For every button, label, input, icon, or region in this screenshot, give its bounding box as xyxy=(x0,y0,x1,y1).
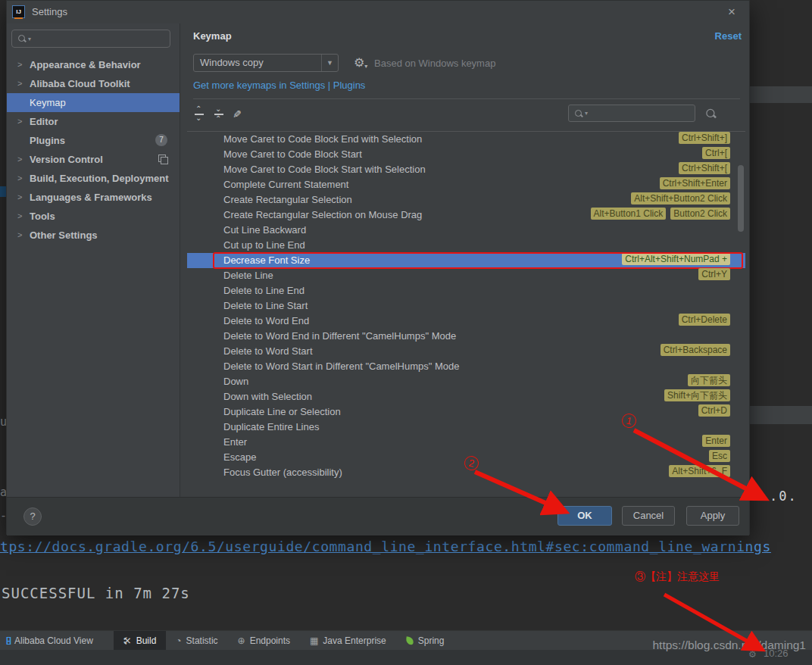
get-more-keymaps-link[interactable]: Get more keymaps in Settings | Plugins xyxy=(193,80,365,91)
ok-button[interactable]: OK xyxy=(557,506,612,526)
background-console-fragment: .0. xyxy=(770,489,798,504)
alibaba-cloud-icon: [-] xyxy=(6,636,10,645)
chevron-right-icon[interactable]: > xyxy=(17,150,27,169)
sidebar-item-build-execution-deployment[interactable]: >Build, Execution, Deployment xyxy=(7,169,180,188)
keymap-row-duplicate-entire-lines[interactable]: Duplicate Entire Lines xyxy=(187,420,745,435)
toolwindow-tab-build[interactable]: ⚒Build xyxy=(114,631,166,650)
sidebar-item-tools[interactable]: >Tools xyxy=(7,207,180,226)
sidebar-item-other-settings[interactable]: >Other Settings xyxy=(7,226,180,245)
toolwindow-tab-spring[interactable]: Spring xyxy=(396,631,454,650)
action-label: Focus Gutter (accessibility) xyxy=(223,465,342,479)
keymap-row-cut-line-backward[interactable]: Cut Line Backward xyxy=(187,223,745,238)
keymap-row-complete-current-statement[interactable]: Complete Current StatementCtrl+Shift+Ent… xyxy=(187,177,745,192)
shortcut-badges: Alt+Shift+6, F xyxy=(664,465,730,479)
shortcut-badge: Esc xyxy=(709,450,730,462)
toolwindow-tab-label: Statistic xyxy=(186,635,218,646)
sidebar-item-appearance-behavior[interactable]: >Appearance & Behavior xyxy=(7,55,180,74)
keymap-row-move-caret-to-code-block-end-with-selection[interactable]: Move Caret to Code Block End with Select… xyxy=(187,132,745,147)
keymap-row-decrease-font-size[interactable]: Decrease Font SizeCtrl+Alt+Shift+NumPad … xyxy=(187,253,745,268)
keymap-action-list[interactable]: Move Caret to Code Block End with Select… xyxy=(187,131,745,479)
sidebar-item-keymap[interactable]: Keymap xyxy=(7,93,180,112)
shortcut-badge: Shift+向下箭头 xyxy=(664,389,730,401)
sidebar-item-version-control[interactable]: >Version Control xyxy=(7,150,180,169)
sidebar-tree: >Appearance & Behavior>Alibaba Cloud Too… xyxy=(7,55,180,245)
keymap-row-delete-to-line-start[interactable]: Delete to Line Start xyxy=(187,298,745,314)
action-label: Cut Line Backward xyxy=(223,223,306,238)
dialog-title: Settings xyxy=(32,6,67,17)
chevron-right-icon[interactable]: > xyxy=(17,188,27,207)
chevron-right-icon[interactable]: > xyxy=(17,55,27,74)
action-label: Duplicate Line or Selection xyxy=(223,404,341,420)
chevron-right-icon[interactable]: > xyxy=(17,226,27,245)
cancel-button[interactable]: Cancel xyxy=(622,506,675,526)
edit-pencil-icon[interactable]: ✎ xyxy=(233,108,242,120)
keymap-row-create-rectangular-selection-on-mouse-drag[interactable]: Create Rectangular Selection on Mouse Dr… xyxy=(187,208,745,223)
sidebar-item-plugins[interactable]: Plugins7 xyxy=(7,131,180,150)
sidebar-item-alibaba-cloud-toolkit[interactable]: >Alibaba Cloud Toolkit xyxy=(7,74,180,93)
keymap-filter-input[interactable]: ▾ xyxy=(568,105,695,122)
chevron-right-icon[interactable]: > xyxy=(17,74,27,93)
keymap-row-delete-to-line-end[interactable]: Delete to Line End xyxy=(187,283,745,298)
keymap-row-move-caret-to-code-block-start[interactable]: Move Caret to Code Block StartCtrl+[ xyxy=(187,147,745,162)
shortcut-badges: Enter xyxy=(698,435,730,450)
keymap-row-delete-to-word-end[interactable]: Delete to Word EndCtrl+Delete xyxy=(187,314,745,329)
shortcut-badge: Ctrl+Backspace xyxy=(661,344,730,356)
keymap-row-cut-up-to-line-end[interactable]: Cut up to Line End xyxy=(187,238,745,253)
action-label: Decrease Font Size xyxy=(223,253,310,268)
toolwindow-tab-endpoints[interactable]: ⊕Endpoints xyxy=(228,631,300,650)
keymap-row-duplicate-line-or-selection[interactable]: Duplicate Line or SelectionCtrl+D xyxy=(187,404,745,420)
keymap-row-create-rectangular-selection[interactable]: Create Rectangular SelectionAlt+Shift+Bu… xyxy=(187,192,745,208)
close-icon[interactable]: × xyxy=(728,5,735,20)
help-button[interactable]: ? xyxy=(23,507,42,526)
action-label: Delete Line xyxy=(223,268,273,283)
toolwindow-tab-statistic[interactable]: ◔Statistic xyxy=(166,631,227,650)
toolwindow-tab-label: Build xyxy=(136,635,157,646)
keymap-row-down-with-selection[interactable]: Down with SelectionShift+向下箭头 xyxy=(187,389,745,404)
search-icon xyxy=(17,34,27,43)
keymap-row-escape[interactable]: EscapeEsc xyxy=(187,450,745,465)
sidebar-item-label: Appearance & Behavior xyxy=(30,55,141,74)
shortcut-badges: Alt+Button1 ClickButton2 Click xyxy=(586,208,730,223)
based-on-label: Based on Windows keymap xyxy=(374,58,495,69)
keymap-row-delete-to-word-start-in-different-camelhumps-mode[interactable]: Delete to Word Start in Different "Camel… xyxy=(187,359,745,374)
chevron-right-icon[interactable]: > xyxy=(17,169,27,188)
hammer-icon: ⚒ xyxy=(123,636,132,645)
gradle-doc-url[interactable]: tps://docs.gradle.org/6.5/userguide/comm… xyxy=(0,535,812,558)
collapse-all-icon[interactable] xyxy=(213,108,225,120)
keymap-row-enter[interactable]: EnterEnter xyxy=(187,435,745,450)
shortcut-badge: Ctrl+Delete xyxy=(679,314,730,326)
sidebar-item-editor[interactable]: >Editor xyxy=(7,112,180,131)
keymap-scheme-select[interactable]: Windows copy ▼ xyxy=(193,54,339,72)
find-by-shortcut-icon[interactable] xyxy=(705,108,717,120)
apply-button[interactable]: Apply xyxy=(686,506,739,526)
sidebar-item-label: Build, Execution, Deployment xyxy=(30,169,168,188)
chevron-right-icon[interactable]: > xyxy=(17,112,27,131)
keymap-row-focus-gutter-accessibility[interactable]: Focus Gutter (accessibility)Alt+Shift+6,… xyxy=(187,465,745,479)
java-ee-icon: ▦ xyxy=(310,636,318,645)
keymap-row-down[interactable]: Down向下箭头 xyxy=(187,374,745,389)
action-label: Enter xyxy=(223,435,247,450)
action-label: Delete to Word End in Different "CamelHu… xyxy=(223,329,456,344)
dialog-titlebar[interactable]: IJ Settings × xyxy=(7,1,749,23)
gear-icon[interactable]: ⚙▾ xyxy=(354,55,367,70)
action-label: Duplicate Entire Lines xyxy=(223,420,319,435)
shortcut-badges: Ctrl+Shift+] xyxy=(674,132,730,147)
keymap-row-move-caret-to-code-block-start-with-selection[interactable]: Move Caret to Code Block Start with Sele… xyxy=(187,162,745,177)
sidebar-item-languages-frameworks[interactable]: >Languages & Frameworks xyxy=(7,188,180,207)
expand-all-icon[interactable] xyxy=(193,108,205,120)
shortcut-badges: Ctrl+Alt+Shift+NumPad + xyxy=(617,253,730,268)
background-left-fragment: a xyxy=(0,485,6,499)
chevron-down-icon: ▼ xyxy=(321,55,338,71)
reset-link[interactable]: Reset xyxy=(715,30,742,42)
action-label: Move Caret to Code Block End with Select… xyxy=(223,132,422,147)
toolwindow-tab-java-enterprise[interactable]: ▦Java Enterprise xyxy=(300,631,396,650)
keymap-row-delete-to-word-end-in-different-camelhumps-mode[interactable]: Delete to Word End in Different "CamelHu… xyxy=(187,329,745,344)
chevron-right-icon[interactable]: > xyxy=(17,207,27,226)
keymap-row-delete-line[interactable]: Delete LineCtrl+Y xyxy=(187,268,745,283)
page-title: Keymap xyxy=(193,30,232,42)
keymap-row-delete-to-word-start[interactable]: Delete to Word StartCtrl+Backspace xyxy=(187,344,745,359)
settings-search-input[interactable]: ▾ xyxy=(11,30,170,48)
toolwindow-tab-alibaba-cloud-view[interactable]: [-]Alibaba Cloud View xyxy=(0,631,103,650)
search-icon xyxy=(574,109,583,118)
divider xyxy=(193,98,740,99)
